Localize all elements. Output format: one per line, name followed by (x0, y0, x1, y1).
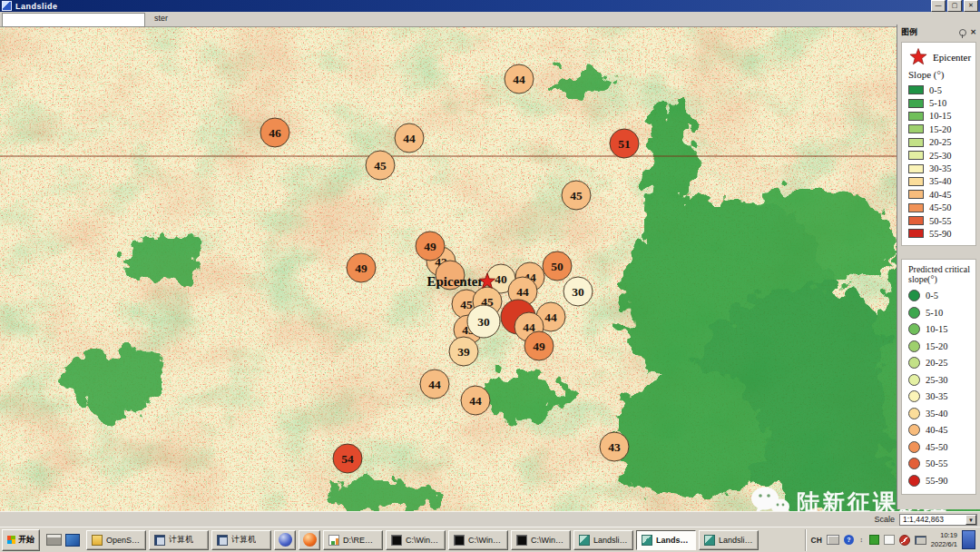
taskbar-task-sphere-blue[interactable] (274, 530, 296, 550)
slope-class-row: 55-90 (908, 227, 973, 240)
window-title: Landslide (15, 2, 58, 11)
map-view[interactable]: 4446444551454249495044404430454543303944… (0, 27, 980, 511)
language-indicator[interactable]: CH (811, 536, 822, 545)
station-value: 45 (374, 159, 387, 172)
slope-swatch (908, 229, 924, 238)
printer-icon[interactable] (46, 534, 62, 546)
task-label: 计算机 (169, 534, 193, 546)
green-app-icon[interactable] (869, 535, 879, 545)
critical-range-label: 50-55 (926, 458, 948, 468)
folder-icon (92, 535, 103, 546)
critical-slope-legend-box: Predicted critical slope(°) 0-55-1010-15… (901, 259, 976, 495)
epicenter-map-label: Epicenter (427, 274, 485, 289)
slope-class-row: 25-30 (908, 149, 973, 162)
chart-icon (328, 535, 339, 546)
taskbar-task-landslide[interactable]: Landslide (636, 530, 696, 550)
station-value: 51 (618, 137, 631, 151)
slope-raster-map[interactable]: 4446444551454249495044404430454543303944… (0, 27, 980, 511)
legend-close-icon[interactable]: ✕ (970, 29, 976, 36)
critical-class-row: 10-15 (908, 321, 973, 339)
critical-class-row: 0-5 (908, 288, 973, 305)
updown-icon[interactable]: ↕ (858, 536, 865, 545)
taskbar-task-computer[interactable]: 计算机 (149, 530, 209, 550)
no-entry-icon[interactable] (899, 535, 910, 546)
slope-swatch (908, 216, 924, 225)
task-label: C:\Windows\s... (468, 536, 503, 545)
taskbar-task-landslide[interactable]: Landslide (699, 530, 759, 550)
toolbar-field[interactable] (2, 13, 145, 27)
critical-class-row: 50-55 (908, 456, 973, 473)
critical-swatch (908, 424, 920, 436)
task-label: Landslide (656, 536, 691, 545)
minimize-button[interactable]: — (931, 0, 946, 12)
computer-icon (217, 535, 228, 546)
slope-range-label: 55-90 (929, 229, 952, 239)
station-value: 46 (269, 126, 281, 140)
scale-combobox[interactable]: 1:1,442,863 ▼ (899, 514, 977, 526)
station-value: 30 (572, 285, 584, 299)
slope-class-row: 35-40 (908, 175, 973, 188)
task-label: C:\Windows\s... (531, 536, 565, 545)
taskbar-task-cmd[interactable]: C:\Windows\s... (448, 530, 508, 550)
monitor-icon[interactable] (915, 536, 926, 545)
help-icon[interactable]: ? (844, 535, 854, 545)
taskbar-task-computer[interactable]: 计算机 (211, 530, 271, 550)
title-bar[interactable]: Landslide — ▢ ✕ (0, 0, 980, 12)
slope-class-row: 45-50 (908, 202, 973, 214)
station-value: 54 (341, 452, 354, 466)
station-value: 49 (424, 240, 436, 253)
taskbar-task-cmd[interactable]: C:\Windows\s... (511, 530, 571, 550)
taskbar-task-folder[interactable]: OpenSees (86, 530, 146, 550)
slope-class-row: 30-35 (908, 162, 973, 174)
critical-swatch (908, 357, 920, 369)
task-label: Landslide (719, 536, 753, 545)
sphere-blue-icon (279, 533, 292, 547)
station-value: 50 (551, 260, 564, 273)
legend-panel: 图例 ✕ Epicenter Slope (°) 0-55-1010-1515-… (897, 25, 980, 509)
close-button[interactable]: ✕ (964, 0, 978, 12)
start-button[interactable]: 开始 (2, 529, 40, 551)
station-value: 49 (533, 340, 545, 353)
slope-swatch (908, 190, 924, 199)
slope-swatch (908, 85, 924, 94)
keyboard-icon[interactable] (827, 535, 839, 545)
critical-range-label: 45-50 (926, 442, 948, 452)
critical-swatch (908, 340, 920, 352)
clock[interactable]: 10:19 2022/6/1 (931, 531, 957, 548)
taskbar-task-chart[interactable]: D:\RED-ACT\... (323, 530, 383, 550)
slope-range-label: 35-40 (929, 176, 952, 186)
task-label: C:\Windows\s... (406, 536, 440, 545)
taskbar-task-sphere-orange[interactable] (299, 530, 320, 550)
station-value: 44 (469, 394, 482, 408)
critical-range-label: 55-90 (926, 476, 948, 486)
maximize-button[interactable]: ▢ (947, 0, 962, 12)
slope-swatch (908, 203, 924, 212)
slope-swatch (908, 177, 924, 186)
critical-range-label: 30-35 (926, 391, 948, 401)
slope-class-row: 15-20 (908, 123, 973, 135)
slope-class-row: 10-15 (908, 110, 973, 123)
taskbar-task-landslide[interactable]: Landslide (573, 530, 633, 550)
pin-icon[interactable] (959, 29, 966, 36)
slope-range-label: 10-15 (929, 111, 952, 121)
critical-class-row: 45-50 (908, 439, 973, 456)
scale-value: 1:1,442,863 (900, 515, 965, 524)
input-panel-icon[interactable] (962, 530, 975, 549)
slope-swatch (908, 112, 924, 121)
powershell-icon[interactable] (65, 534, 80, 547)
chevron-down-icon[interactable]: ▼ (965, 515, 976, 525)
flag-icon[interactable] (884, 535, 895, 545)
cmd-icon (454, 535, 465, 546)
station-value: 44 (403, 132, 416, 145)
slope-swatch (908, 151, 924, 160)
application-window: Landslide — ▢ ✕ ster (0, 0, 980, 552)
critical-class-list: 0-55-1010-1515-2020-2525-3030-3535-4040-… (908, 288, 973, 489)
critical-slope-title: Predicted critical slope(°) (908, 264, 973, 285)
slope-range-label: 30-35 (929, 163, 952, 173)
slope-legend-title: Slope (°) (908, 69, 973, 80)
landslide-icon (579, 535, 590, 546)
station-value: 49 (355, 261, 368, 275)
taskbar-task-cmd[interactable]: C:\Windows\s... (386, 530, 446, 550)
station-value: 44 (516, 285, 529, 299)
computer-icon (154, 535, 165, 546)
